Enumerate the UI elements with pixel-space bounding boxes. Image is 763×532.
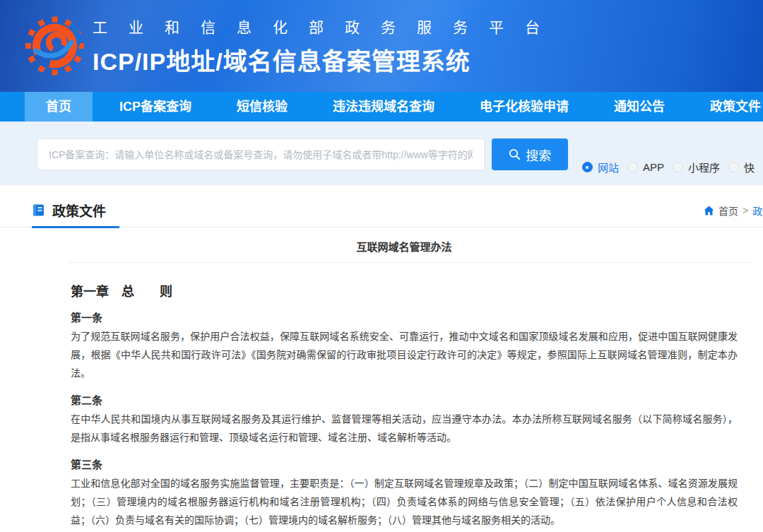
main-content: 政策文件 首页 > 政策文件 互联网域名管理办法 第一章 总 则 第一条 为了规…: [0, 185, 763, 532]
nav-item-e-verification-apply[interactable]: 电子化核验申请: [461, 92, 587, 122]
chapter-heading: 第一章 总 则: [71, 281, 738, 300]
radio-mini-program[interactable]: 小程序: [673, 160, 720, 175]
breadcrumb-current[interactable]: 政策文件: [752, 203, 763, 218]
search-button[interactable]: 搜索: [492, 138, 568, 170]
nav-item-notices[interactable]: 通知公告: [596, 92, 683, 122]
nav-item-illegal-domain-query[interactable]: 违法违规域名查询: [314, 92, 453, 122]
search-type-radios: 网站 APP 小程序 快: [582, 160, 763, 175]
search-input[interactable]: [37, 138, 485, 170]
miit-logo: [25, 7, 84, 85]
article-number: 第三条: [71, 456, 738, 471]
radio-circle-icon: [673, 162, 683, 172]
radio-website[interactable]: 网站: [582, 160, 619, 175]
radio-app[interactable]: APP: [627, 161, 664, 173]
radio-circle-icon: [582, 162, 593, 172]
nav-item-sms-verify[interactable]: 短信核验: [218, 92, 306, 122]
article-text: 为了规范互联网域名服务，保护用户合法权益，保障互联网域名系统安全、可靠运行，推动…: [71, 327, 738, 382]
policy-file-icon: [32, 203, 45, 217]
document-body: 互联网域名管理办法 第一章 总 则 第一条 为了规范互联网域名服务，保护用户合法…: [0, 227, 763, 532]
breadcrumb-separator: >: [743, 205, 748, 216]
search-band: 搜索 网站 APP 小程序 快: [0, 122, 763, 185]
nav-item-home[interactable]: 首页: [25, 92, 93, 122]
system-title: ICP/IP地址/域名信息备案管理系统: [93, 42, 561, 77]
article-text: 工业和信息化部对全国的域名服务实施监督管理，主要职责是：（一）制定互联网域名管理…: [71, 474, 738, 529]
home-icon: [704, 206, 714, 215]
breadcrumb-home[interactable]: 首页: [718, 203, 738, 218]
breadcrumb: 首页 > 政策文件: [704, 203, 763, 218]
radio-quick-app[interactable]: 快: [728, 160, 755, 175]
section-title: 政策文件: [52, 201, 106, 220]
document-title: 互联网域名管理办法: [71, 239, 738, 254]
divider: [67, 262, 752, 263]
active-tab-underline: [32, 226, 119, 228]
article-number: 第一条: [71, 309, 738, 324]
main-nav: 首页 ICP备案查询 短信核验 违法违规域名查询 电子化核验申请 通知公告 政策…: [0, 92, 763, 122]
radio-circle-icon: [627, 162, 638, 172]
article-text: 在中华人民共和国境内从事互联网域名服务及其运行维护、监督管理等相关活动，应当遵守…: [71, 410, 738, 447]
nav-item-icp-query[interactable]: ICP备案查询: [101, 92, 210, 122]
page: { "header": { "platform_title": "工业和信息化部…: [0, 0, 763, 532]
platform-title: 工业和信息化部政务服务平台: [93, 16, 561, 37]
nav-item-policy-files[interactable]: 政策文件: [692, 92, 763, 122]
search-icon: [509, 148, 521, 160]
header: 工业和信息化部政务服务平台 ICP/IP地址/域名信息备案管理系统: [0, 0, 763, 92]
search-button-label: 搜索: [526, 146, 551, 164]
radio-circle-icon: [728, 162, 739, 172]
section-header: 政策文件 首页 > 政策文件: [0, 185, 763, 227]
header-titles: 工业和信息化部政务服务平台 ICP/IP地址/域名信息备案管理系统: [93, 16, 561, 77]
article-number: 第二条: [71, 392, 738, 407]
